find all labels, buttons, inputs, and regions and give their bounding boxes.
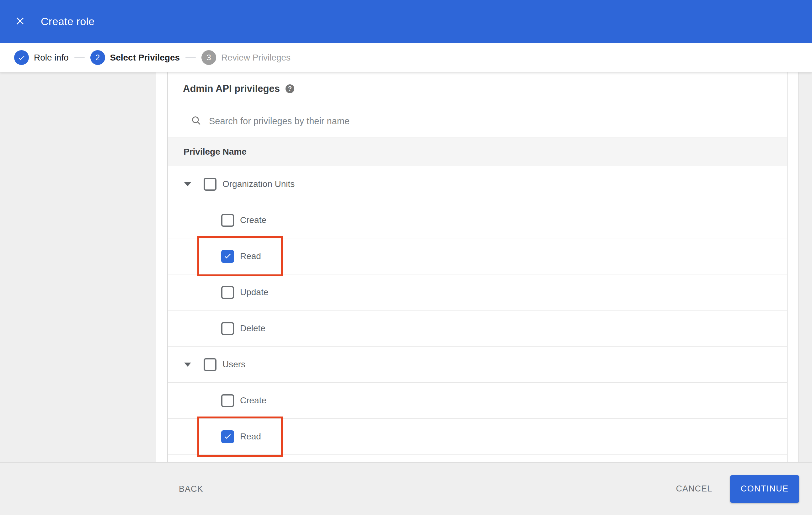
- privilege-label: Create: [240, 395, 266, 405]
- step-review-privileges[interactable]: 3 Review Privileges: [201, 50, 291, 65]
- back-button[interactable]: BACK: [176, 480, 206, 497]
- clipped-row: [168, 455, 787, 462]
- org-units-update-checkbox[interactable]: [221, 286, 234, 299]
- users-create-checkbox[interactable]: [221, 394, 234, 407]
- section-title: Admin API privileges: [183, 83, 280, 94]
- search-icon: [191, 115, 201, 127]
- card-heading: Admin API privileges ?: [168, 72, 787, 105]
- org-units-delete-checkbox[interactable]: [221, 322, 234, 335]
- stepper: Role info 2 Select Privileges 3 Review P…: [0, 43, 812, 72]
- table-header-row: Privilege Name: [168, 137, 787, 166]
- dialog-title: Create role: [41, 16, 95, 28]
- privilege-row-users-create: Create: [168, 383, 787, 419]
- step-number-badge: 2: [90, 50, 105, 65]
- close-button[interactable]: [12, 14, 28, 29]
- privilege-row-create: Create: [168, 202, 787, 238]
- privilege-label: Delete: [240, 323, 265, 333]
- collapse-arrow-icon[interactable]: [184, 182, 191, 186]
- privilege-label: Create: [240, 215, 266, 225]
- left-background-panel: [0, 72, 156, 462]
- organization-units-checkbox[interactable]: [204, 178, 216, 191]
- create-role-dialog: Create role Role info 2 Select Privilege…: [0, 0, 812, 515]
- privilege-group-row-users: Users: [168, 346, 787, 383]
- privilege-row-delete: Delete: [168, 310, 787, 346]
- continue-button[interactable]: CONTINUE: [730, 475, 799, 503]
- step-label: Review Privileges: [221, 53, 291, 63]
- step-connector: [185, 57, 196, 58]
- privilege-row-users-read: Read: [168, 419, 787, 455]
- step-label: Role info: [34, 53, 69, 63]
- footer-actions: CANCEL CONTINUE: [673, 475, 799, 503]
- users-checkbox[interactable]: [204, 358, 216, 371]
- privilege-group-label: Organization Units: [223, 179, 295, 189]
- step-role-info[interactable]: Role info: [14, 50, 69, 65]
- right-gutter: [787, 72, 799, 462]
- privilege-group-row-organization-units: Organization Units: [168, 166, 787, 202]
- footer-bar: BACK CANCEL CONTINUE: [0, 462, 812, 515]
- privilege-search-row: [168, 105, 787, 137]
- step-label: Select Privileges: [110, 53, 180, 63]
- step-select-privileges[interactable]: 2 Select Privileges: [90, 50, 180, 65]
- left-gutter: [156, 72, 167, 462]
- privileges-card: Admin API privileges ? Privilege Name Or…: [167, 72, 787, 462]
- app-bar: Create role: [0, 0, 812, 43]
- privilege-row-read: Read: [168, 238, 787, 274]
- help-icon[interactable]: ?: [286, 84, 294, 93]
- users-read-checkbox[interactable]: [221, 430, 234, 443]
- privilege-label: Read: [240, 431, 261, 442]
- cancel-button[interactable]: CANCEL: [673, 480, 715, 497]
- privilege-search-input[interactable]: [208, 116, 680, 127]
- privilege-row-update: Update: [168, 274, 787, 310]
- close-icon: [14, 15, 26, 28]
- checkmark-icon: [223, 431, 232, 442]
- collapse-arrow-icon[interactable]: [184, 363, 191, 367]
- step-connector: [75, 57, 85, 58]
- org-units-read-checkbox[interactable]: [221, 250, 234, 263]
- right-background-panel: [799, 72, 812, 462]
- privilege-group-label: Users: [223, 359, 245, 369]
- step-number-badge: 3: [201, 50, 216, 65]
- column-header-privilege-name: Privilege Name: [183, 147, 246, 157]
- checkmark-icon: [223, 251, 232, 262]
- privilege-label: Update: [240, 287, 268, 297]
- privilege-label: Read: [240, 251, 261, 261]
- org-units-create-checkbox[interactable]: [221, 214, 234, 227]
- step-complete-check-icon: [14, 50, 29, 65]
